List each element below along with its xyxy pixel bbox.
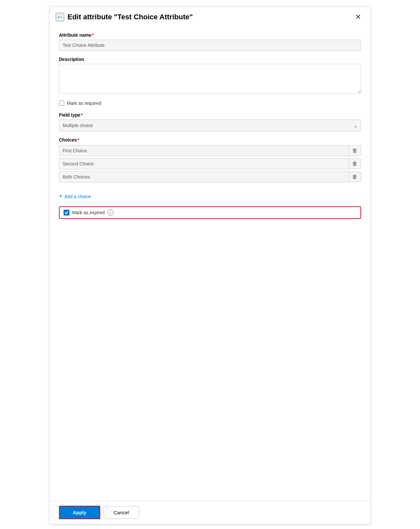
description-group: Description bbox=[59, 57, 361, 95]
choices-label: Choices* bbox=[59, 137, 361, 142]
trash-icon-2: 🗑 bbox=[352, 161, 357, 167]
description-label: Description bbox=[59, 57, 361, 62]
mark-required-checkbox[interactable] bbox=[59, 101, 64, 106]
delete-choice-3-button[interactable]: 🗑 bbox=[349, 172, 361, 182]
choice-input-2[interactable] bbox=[59, 158, 349, 169]
cancel-button[interactable]: Cancel bbox=[104, 506, 139, 519]
attribute-name-label: Attribute name* bbox=[59, 32, 361, 38]
choices-group: Choices* 🗑 🗑 🗑 bbox=[59, 137, 361, 184]
field-type-select-wrapper: Multiple choice Single choice Text Date … bbox=[59, 120, 361, 131]
trash-icon-3: 🗑 bbox=[352, 174, 357, 180]
delete-choice-1-button[interactable]: 🗑 bbox=[349, 145, 361, 156]
attribute-name-input[interactable] bbox=[59, 40, 361, 51]
required-star: * bbox=[92, 32, 94, 38]
attribute-name-group: Attribute name* bbox=[59, 32, 361, 51]
add-choice-button[interactable]: + Add a choice bbox=[59, 192, 361, 201]
body-spacer bbox=[59, 225, 361, 501]
choice-item-1: 🗑 bbox=[59, 145, 361, 156]
choice-input-1[interactable] bbox=[59, 145, 349, 156]
plus-icon: + bbox=[59, 193, 63, 200]
mark-required-group: Mark as required bbox=[59, 101, 361, 106]
description-textarea[interactable] bbox=[59, 64, 361, 93]
back-button[interactable]: ← bbox=[56, 13, 64, 21]
choice-item-2: 🗑 bbox=[59, 158, 361, 169]
delete-choice-2-button[interactable]: 🗑 bbox=[349, 159, 361, 169]
mark-expired-wrapper: Mark as expired i bbox=[59, 206, 361, 219]
edit-attribute-panel: ← Edit attribute "Test Choice Attribute"… bbox=[49, 7, 371, 524]
checkmark-icon bbox=[65, 211, 68, 215]
close-button[interactable]: ✕ bbox=[355, 13, 361, 21]
mark-expired-label[interactable]: Mark as expired bbox=[72, 210, 105, 215]
info-icon[interactable]: i bbox=[107, 210, 113, 216]
field-type-required-star: * bbox=[81, 112, 83, 118]
field-type-label: Field type* bbox=[59, 112, 361, 118]
choice-item-3: 🗑 bbox=[59, 171, 361, 182]
field-type-select[interactable]: Multiple choice Single choice Text Date bbox=[59, 120, 361, 131]
choices-required-star: * bbox=[77, 137, 79, 142]
panel-body: Attribute name* Description Mark as requ… bbox=[50, 26, 370, 501]
panel-footer: Apply Cancel bbox=[50, 501, 370, 524]
mark-expired-checkbox[interactable] bbox=[64, 210, 69, 216]
trash-icon-1: 🗑 bbox=[352, 148, 357, 154]
choice-input-3[interactable] bbox=[59, 171, 349, 182]
panel-title: Edit attribute "Test Choice Attribute" bbox=[67, 13, 193, 21]
add-choice-label: Add a choice bbox=[65, 194, 91, 199]
field-type-group: Field type* Multiple choice Single choic… bbox=[59, 112, 361, 131]
panel-header: ← Edit attribute "Test Choice Attribute"… bbox=[50, 7, 370, 26]
mark-required-label[interactable]: Mark as required bbox=[67, 101, 101, 106]
apply-button[interactable]: Apply bbox=[59, 506, 100, 519]
header-left: ← Edit attribute "Test Choice Attribute" bbox=[56, 13, 193, 21]
